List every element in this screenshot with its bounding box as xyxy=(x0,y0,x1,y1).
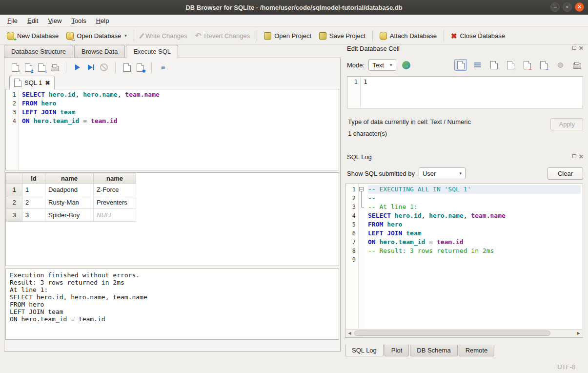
table-cell[interactable]: 2 xyxy=(22,196,45,209)
code-line[interactable]: SELECT hero.id, hero.name, team.name xyxy=(22,90,337,99)
code-line[interactable]: -- xyxy=(368,194,581,203)
sql-tab[interactable]: SQL 1 ✖ xyxy=(9,76,55,89)
toolbar-separator xyxy=(66,62,66,73)
save-sql-file-icon[interactable]: ↓ xyxy=(37,62,46,72)
table-cell[interactable]: 1 xyxy=(22,184,45,196)
close-panel-icon[interactable] xyxy=(579,46,583,50)
attach-icon[interactable]: ✱ xyxy=(135,62,145,72)
bottom-tab-remote[interactable]: Remote xyxy=(459,345,495,356)
execution-message: Execution finished without errors. Resul… xyxy=(5,269,339,340)
float-panel-icon[interactable] xyxy=(572,154,576,158)
cell-editor[interactable]: 1 1 xyxy=(347,76,583,108)
table-cell[interactable]: Deadpond xyxy=(45,184,94,196)
row-header[interactable]: 3 xyxy=(6,209,22,222)
table-cell[interactable]: Rusty-Man xyxy=(45,196,94,209)
scroll-right-icon[interactable]: ▶ xyxy=(575,331,582,335)
float-panel-icon[interactable] xyxy=(572,46,576,50)
open-database-button[interactable]: → Open Database ▾ xyxy=(62,29,131,42)
word-wrap-icon[interactable] xyxy=(471,59,484,71)
column-header-id[interactable]: id xyxy=(22,173,45,184)
text-view-icon[interactable] xyxy=(454,59,467,71)
code-line[interactable]: ON hero.team_id = team.id xyxy=(368,238,581,247)
attach-database-button[interactable]: Attach Database xyxy=(376,29,441,42)
execute-all-icon[interactable] xyxy=(73,62,82,72)
line-number: 1 xyxy=(345,185,356,194)
close-panel-icon[interactable] xyxy=(579,154,583,159)
line-number: 4 xyxy=(6,117,16,125)
table-cell[interactable]: Preventers xyxy=(94,196,136,209)
chevron-down-icon[interactable]: ▾ xyxy=(124,33,127,38)
menu-help[interactable]: Help xyxy=(92,16,114,26)
print-cell-icon[interactable] xyxy=(570,59,583,71)
execute-line-icon[interactable] xyxy=(86,62,96,72)
export-icon[interactable]: → xyxy=(122,62,132,72)
minimize-button[interactable]: – xyxy=(550,2,560,12)
code-line[interactable]: ON hero.team_id = team.id xyxy=(22,117,337,125)
code-line[interactable]: -- EXECUTING ALL IN 'SQL 1' xyxy=(368,185,581,194)
code-line[interactable]: -- Result: 3 rows returned in 2ms xyxy=(368,247,581,255)
maximize-button[interactable]: ▫ xyxy=(563,2,572,12)
table-row: 11DeadpondZ-Force xyxy=(6,184,136,196)
fold-gutter[interactable] xyxy=(359,184,365,337)
table-cell[interactable]: Spider-Boy xyxy=(45,209,94,222)
line-number-gutter: 123456789 xyxy=(345,184,359,337)
code-line[interactable]: SELECT hero.id, hero.name, team.name xyxy=(368,211,581,220)
row-header[interactable]: 2 xyxy=(6,196,22,209)
table-cell[interactable]: NULL xyxy=(94,209,136,222)
close-database-button[interactable]: ✖ Close Database xyxy=(447,30,509,42)
code-line[interactable]: FROM hero xyxy=(368,220,581,229)
close-tab-icon[interactable]: ✖ xyxy=(45,80,50,86)
fold-marker[interactable] xyxy=(359,185,365,194)
bottom-tab-plot[interactable]: Plot xyxy=(385,345,409,356)
sql-editor[interactable]: 1234 SELECT hero.id, hero.name, team.nam… xyxy=(5,89,339,170)
sql-code-area[interactable]: SELECT hero.id, hero.name, team.nameFROM… xyxy=(19,89,339,170)
chevron-down-icon: ▾ xyxy=(459,171,462,176)
scrollbar-track[interactable] xyxy=(353,330,575,337)
table-cell[interactable]: 3 xyxy=(22,209,45,222)
table-cell[interactable]: Z-Force xyxy=(94,184,136,196)
submitter-select[interactable]: User ▾ xyxy=(419,167,466,179)
bottom-tab-db-schema[interactable]: DB Schema xyxy=(410,345,457,356)
print-icon[interactable] xyxy=(50,62,60,72)
import-data-icon[interactable]: → xyxy=(400,59,413,71)
cell-content[interactable]: 1 xyxy=(361,77,583,108)
scrollbar-thumb[interactable] xyxy=(354,331,550,336)
tab-execute-sql[interactable]: Execute SQL xyxy=(126,45,178,59)
menu-file[interactable]: File xyxy=(3,16,22,26)
code-line[interactable]: LEFT JOIN team xyxy=(22,108,337,117)
export-cell-icon[interactable]: → xyxy=(537,59,550,71)
column-header-name1[interactable]: name xyxy=(45,173,94,184)
row-header[interactable]: 1 xyxy=(6,184,22,196)
tab-database-structure[interactable]: Database Structure xyxy=(4,45,73,58)
tab-browse-data[interactable]: Browse Data xyxy=(74,45,125,58)
new-tab-icon[interactable]: + xyxy=(10,62,20,72)
code-line[interactable]: FROM hero xyxy=(22,99,337,108)
fold-marker xyxy=(359,229,365,238)
column-header-name2[interactable]: name xyxy=(94,173,136,184)
open-project-button[interactable]: Open Project xyxy=(260,30,315,42)
revert-changes-icon: ↶ xyxy=(195,31,202,40)
menu-view[interactable]: View xyxy=(43,16,66,26)
fold-marker xyxy=(359,220,365,229)
new-database-button[interactable]: + New Database xyxy=(3,29,62,42)
copy-cell-icon[interactable] xyxy=(487,59,500,71)
code-line[interactable]: LEFT JOIN team xyxy=(368,229,581,238)
save-project-button[interactable]: Save Project xyxy=(315,30,369,42)
null-cell-icon[interactable] xyxy=(554,59,567,71)
scroll-left-icon[interactable]: ◀ xyxy=(346,331,353,335)
close-button[interactable]: × xyxy=(575,2,584,12)
bottom-tab-sql-log[interactable]: SQL Log xyxy=(345,344,384,356)
clear-button[interactable]: Clear xyxy=(547,167,583,180)
word-wrap-icon[interactable]: ≡ xyxy=(158,62,168,72)
log-code-area[interactable]: -- EXECUTING ALL IN 'SQL 1'---- At line … xyxy=(365,184,583,337)
import-cell-icon[interactable]: → xyxy=(521,59,533,71)
menu-edit[interactable]: Edit xyxy=(23,16,42,26)
save-cell-icon[interactable]: ↓ xyxy=(504,59,517,71)
code-line[interactable]: -- At line 1: xyxy=(368,203,581,211)
sql-log-view[interactable]: 123456789 -- EXECUTING ALL IN 'SQL 1'---… xyxy=(345,184,583,338)
open-sql-file-icon[interactable]: ↥ xyxy=(23,62,33,72)
menu-tools[interactable]: Tools xyxy=(67,16,90,26)
horizontal-scrollbar[interactable]: ◀ ▶ xyxy=(346,329,582,337)
mode-select[interactable]: Text ▾ xyxy=(368,59,396,71)
code-line[interactable] xyxy=(368,255,581,264)
